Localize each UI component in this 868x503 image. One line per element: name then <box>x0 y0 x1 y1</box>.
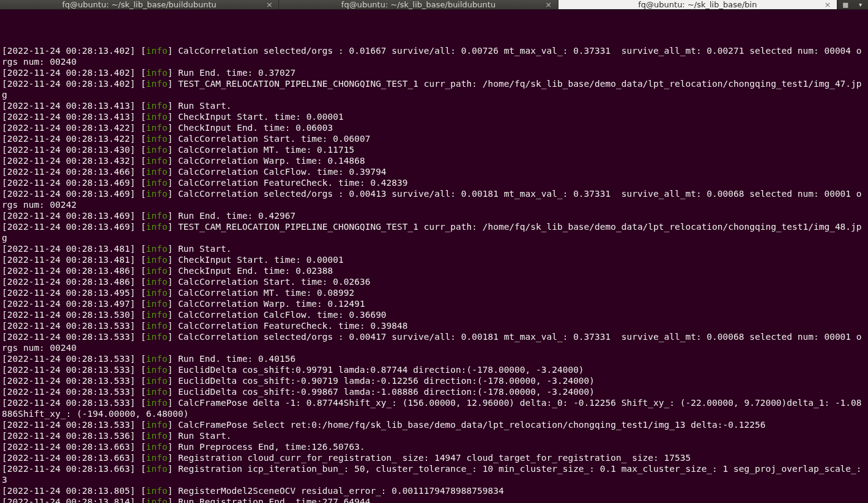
tab-tail: ▦ ▾ <box>837 0 868 9</box>
log-line: [2022-11-24 00:28:13.466] [info] CalcCor… <box>2 166 866 177</box>
log-line: [2022-11-24 00:28:13.497] [info] CalcCor… <box>2 298 866 309</box>
close-icon[interactable]: × <box>544 1 553 9</box>
tab-title: fq@ubuntu: ~/sk_lib_base/buildubuntu <box>62 0 216 9</box>
log-line: [2022-11-24 00:28:13.663] [info] Registr… <box>2 463 866 485</box>
log-line: [2022-11-24 00:28:13.663] [info] Run Pre… <box>2 441 866 452</box>
log-line: [2022-11-24 00:28:13.469] [info] TEST_CA… <box>2 221 866 243</box>
log-line: [2022-11-24 00:28:13.430] [info] CalcCor… <box>2 144 866 155</box>
log-line: [2022-11-24 00:28:13.495] [info] CalcCor… <box>2 287 866 298</box>
log-line: [2022-11-24 00:28:13.533] [info] EuclidD… <box>2 364 866 375</box>
log-line: [2022-11-24 00:28:13.486] [info] CheckIn… <box>2 265 866 276</box>
log-line: [2022-11-24 00:28:13.533] [info] EuclidD… <box>2 375 866 386</box>
log-line: [2022-11-24 00:28:13.481] [info] CheckIn… <box>2 254 866 265</box>
log-line: [2022-11-24 00:28:13.805] [info] Registe… <box>2 485 866 496</box>
log-line: [2022-11-24 00:28:13.469] [info] Run End… <box>2 210 866 221</box>
log-line: [2022-11-24 00:28:13.469] [info] CalcCor… <box>2 177 866 188</box>
terminal-output[interactable]: [2022-11-24 00:28:13.402] [info] CalcCor… <box>0 10 868 503</box>
terminal-tab-2[interactable]: fq@ubuntu: ~/sk_lib_base/buildubuntu × <box>279 0 558 9</box>
log-line: [2022-11-24 00:28:13.413] [info] CheckIn… <box>2 111 866 122</box>
log-line: [2022-11-24 00:28:13.533] [info] CalcFra… <box>2 397 866 419</box>
log-line: [2022-11-24 00:28:13.536] [info] Run Sta… <box>2 430 866 441</box>
log-line: [2022-11-24 00:28:13.530] [info] CalcCor… <box>2 309 866 320</box>
terminal-tab-1[interactable]: fq@ubuntu: ~/sk_lib_base/buildubuntu × <box>0 0 279 9</box>
terminal-tab-3[interactable]: fq@ubuntu: ~/sk_lib_base/bin × <box>558 0 837 9</box>
log-line: [2022-11-24 00:28:13.814] [info] Run Reg… <box>2 496 866 503</box>
tab-title: fq@ubuntu: ~/sk_lib_base/bin <box>638 0 757 9</box>
tab-bar: fq@ubuntu: ~/sk_lib_base/buildubuntu × f… <box>0 0 868 10</box>
log-line: [2022-11-24 00:28:13.481] [info] Run Sta… <box>2 243 866 254</box>
log-line: [2022-11-24 00:28:13.486] [info] CalcCor… <box>2 276 866 287</box>
log-line: [2022-11-24 00:28:13.663] [info] Registr… <box>2 452 866 463</box>
log-line: [2022-11-24 00:28:13.533] [info] CalcCor… <box>2 331 866 353</box>
close-icon[interactable]: × <box>823 1 832 9</box>
new-tab-icon[interactable]: ▦ <box>843 0 848 9</box>
tab-menu-icon[interactable]: ▾ <box>858 0 863 9</box>
close-icon[interactable]: × <box>265 1 273 9</box>
log-line: [2022-11-24 00:28:13.533] [info] Run End… <box>2 353 866 364</box>
log-line: [2022-11-24 00:28:13.402] [info] TEST_CA… <box>2 78 866 100</box>
tab-title: fq@ubuntu: ~/sk_lib_base/buildubuntu <box>341 0 495 9</box>
log-line: [2022-11-24 00:28:13.422] [info] CalcCor… <box>2 133 866 144</box>
log-line: [2022-11-24 00:28:13.533] [info] EuclidD… <box>2 386 866 397</box>
log-line: [2022-11-24 00:28:13.533] [info] CalcCor… <box>2 320 866 331</box>
log-line: [2022-11-24 00:28:13.402] [info] CalcCor… <box>2 45 866 67</box>
log-line: [2022-11-24 00:28:13.432] [info] CalcCor… <box>2 155 866 166</box>
log-line: [2022-11-24 00:28:13.469] [info] CalcCor… <box>2 188 866 210</box>
log-line: [2022-11-24 00:28:13.413] [info] Run Sta… <box>2 100 866 111</box>
log-line: [2022-11-24 00:28:13.422] [info] CheckIn… <box>2 122 866 133</box>
log-line: [2022-11-24 00:28:13.533] [info] CalcFra… <box>2 419 866 430</box>
log-line: [2022-11-24 00:28:13.402] [info] Run End… <box>2 67 866 78</box>
